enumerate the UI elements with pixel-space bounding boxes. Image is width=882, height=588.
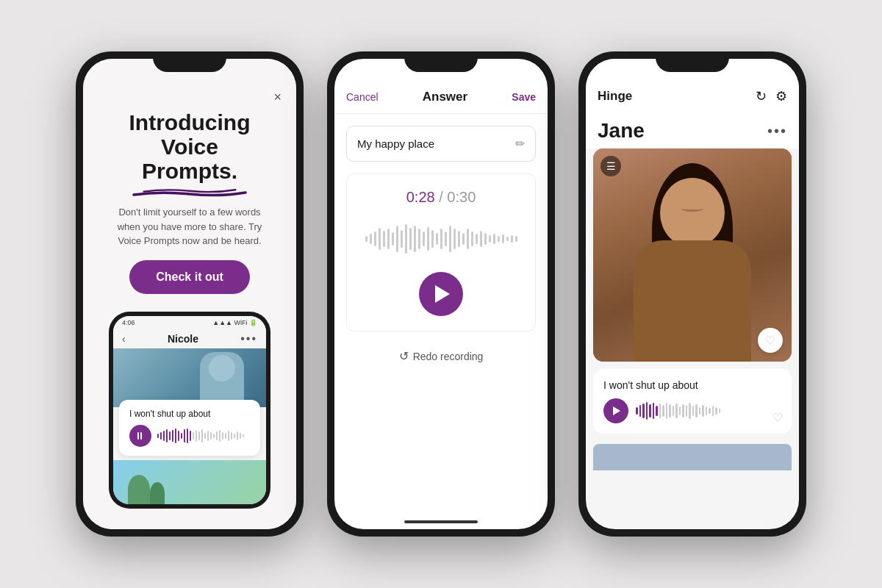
cancel-button[interactable]: Cancel (346, 91, 379, 103)
voice-card-3-text: I won't shut up about (603, 379, 781, 391)
phone-3-inner: Hinge ↻ ⚙ Jane ••• (586, 59, 799, 529)
play-icon (435, 285, 450, 303)
waveform-row-3 (603, 398, 781, 423)
prompt-text: My happy place (357, 137, 434, 150)
app-name: Hinge (598, 89, 632, 104)
phone-1-inner: × Introducing Voice Prompts. Don't limit… (83, 59, 296, 529)
play-button[interactable] (419, 272, 463, 316)
save-button[interactable]: Save (512, 91, 536, 103)
play-button-3[interactable] (603, 398, 628, 423)
bottom-photo (113, 460, 266, 504)
waveform-row (129, 425, 250, 447)
profile-photo: ☰ ♡ (593, 148, 792, 362)
close-icon[interactable]: × (273, 90, 282, 105)
prompt-box: My happy place ✏ (346, 126, 536, 162)
recording-box: 0:28 / 0:30 (346, 173, 536, 331)
profile-header: Jane ••• (586, 110, 799, 148)
mini-nav-header: ‹ Nicole ••• (113, 329, 266, 348)
voice-prompt-card: I won't shut up about (119, 400, 260, 456)
more-options-icon[interactable]: ••• (767, 123, 787, 140)
voice-card-text: I won't shut up about (129, 409, 250, 419)
phone-2: Cancel Answer Save My happy place ✏ 0:28… (327, 51, 555, 537)
redo-recording-button[interactable]: ↺ Redo recording (334, 349, 548, 363)
voice-prompts-description: Don't limit yourself to a few words when… (83, 193, 296, 260)
mini-profile-photo (113, 348, 266, 407)
pause-icon (137, 432, 143, 440)
mini-phone-inner: 4:06 ▲▲▲ WiFi 🔋 ‹ Nicole ••• (113, 316, 266, 504)
heart-icon-3[interactable]: ♡ (772, 411, 783, 425)
audio-waveform (157, 429, 250, 443)
heart-button[interactable]: ♡ (758, 328, 783, 353)
phone1-content: × Introducing Voice Prompts. Don't limit… (83, 59, 296, 529)
redo-icon: ↺ (399, 349, 409, 363)
phone-2-inner: Cancel Answer Save My happy place ✏ 0:28… (334, 59, 548, 529)
notch-3 (656, 51, 729, 72)
mini-phone: 4:06 ▲▲▲ WiFi 🔋 ‹ Nicole ••• (109, 312, 270, 509)
phone2-content: Cancel Answer Save My happy place ✏ 0:28… (334, 59, 548, 529)
bottom-nav-bar (593, 444, 792, 470)
notch-2 (404, 51, 478, 72)
profile-name: Jane (598, 119, 645, 143)
edit-icon[interactable]: ✏ (515, 137, 525, 151)
mini-more-icon[interactable]: ••• (240, 332, 257, 345)
settings-icon[interactable]: ⚙ (775, 88, 787, 104)
home-indicator-2 (404, 520, 478, 523)
mini-profile-name: Nicole (168, 333, 198, 345)
audio-waveform-3 (636, 402, 781, 420)
play-icon-3 (613, 406, 620, 415)
phone3-content: Hinge ↻ ⚙ Jane ••• (586, 59, 799, 529)
text-bubble-icon: ☰ (600, 156, 621, 176)
back-chevron-icon[interactable]: ‹ (122, 333, 126, 345)
answer-title: Answer (423, 90, 467, 104)
refresh-icon[interactable]: ↻ (756, 88, 767, 104)
check-it-out-button[interactable]: Check it out (129, 260, 250, 294)
notch-1 (153, 51, 226, 72)
mini-status-bar: 4:06 ▲▲▲ WiFi 🔋 (113, 316, 266, 329)
voice-prompt-card-3: I won't shut up about (593, 369, 792, 434)
voice-prompts-title: Introducing Voice Prompts. (98, 110, 282, 183)
large-waveform (359, 220, 523, 257)
phone-3: Hinge ↻ ⚙ Jane ••• (578, 51, 806, 537)
recording-timer: 0:28 / 0:30 (406, 189, 476, 206)
pause-button[interactable] (129, 425, 151, 447)
header-icons: ↻ ⚙ (756, 88, 787, 104)
phone-1: × Introducing Voice Prompts. Don't limit… (76, 51, 304, 537)
title-underline (131, 187, 248, 193)
phones-container: × Introducing Voice Prompts. Don't limit… (54, 29, 828, 559)
